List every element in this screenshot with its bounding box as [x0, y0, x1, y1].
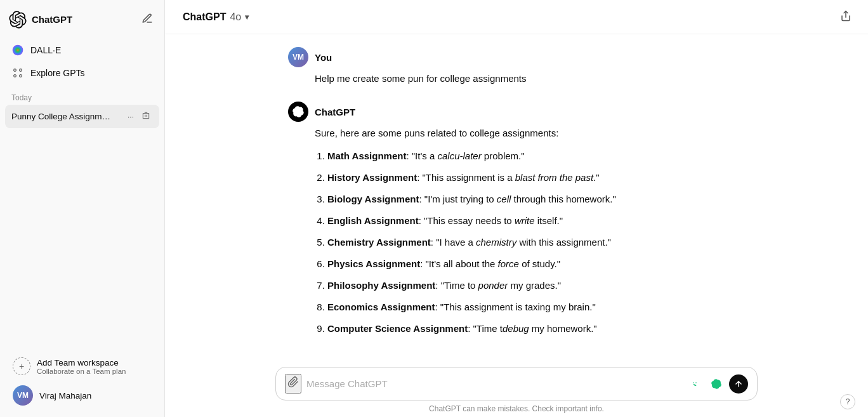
list-item: English Assignment: "This essay needs to…: [327, 213, 745, 228]
user-sender-label: You: [315, 52, 332, 63]
chat-item-actions: ···: [125, 110, 153, 123]
add-team-text: Add Team workspace Collaborate on a Team…: [37, 358, 126, 375]
chatgpt-message-header: ChatGPT: [288, 102, 745, 122]
explore-gpts-label: Explore GPTs: [30, 68, 85, 78]
add-team-subtitle: Collaborate on a Team plan: [37, 367, 126, 375]
username-label: Viraj Mahajan: [39, 391, 91, 400]
list-item: Computer Science Assignment: "Time tdebu…: [327, 321, 745, 336]
list-item: Math Assignment: "It's a calcu-later pro…: [327, 149, 745, 164]
sidebar-item-explore-gpts[interactable]: Explore GPTs: [5, 62, 159, 84]
list-item: Physics Assignment: "It's all about the …: [327, 256, 745, 272]
sidebar-header: ChatGPT: [0, 3, 164, 36]
svg-point-3: [14, 75, 16, 77]
svg-point-2: [20, 69, 22, 72]
main-content: ChatGPT 4o ▾ VM You Help me create some …: [165, 0, 868, 417]
sidebar-bottom: + Add Team workspace Collaborate on a Te…: [0, 347, 164, 417]
brand-label: ChatGPT: [32, 14, 72, 25]
dalle-icon: [11, 44, 24, 56]
sidebar-nav: DALL·E Explore GPTs: [0, 36, 164, 87]
chatgpt-logo-icon: [9, 11, 27, 29]
add-team-title: Add Team workspace: [37, 358, 126, 367]
user-message-text: Help me create some pun for college assi…: [315, 71, 745, 86]
chatgpt-message-avatar: [288, 102, 308, 122]
chat-item-archive-icon[interactable]: [139, 110, 153, 123]
brand-logo[interactable]: ChatGPT: [9, 11, 72, 29]
list-item: Philosophy Assignment: "Time to ponder m…: [327, 278, 745, 293]
user-message-group: VM You Help me create some pun for colle…: [275, 47, 758, 86]
add-team-workspace[interactable]: + Add Team workspace Collaborate on a Te…: [6, 352, 158, 380]
explore-gpts-icon: [11, 67, 24, 79]
user-profile-item[interactable]: VM Viraj Mahajan: [6, 380, 158, 411]
chat-header: ChatGPT 4o ▾: [165, 0, 868, 34]
chatgpt-message-content: Sure, here are some puns related to coll…: [288, 126, 745, 336]
help-button[interactable]: ?: [840, 394, 855, 409]
list-item: History Assignment: "This assignment is …: [327, 170, 745, 185]
new-chat-icon[interactable]: [139, 10, 155, 29]
user-message-header: VM You: [288, 47, 745, 67]
svg-point-1: [14, 69, 16, 72]
model-name-label: ChatGPT: [183, 11, 226, 23]
chatgpt-message-group: ChatGPT Sure, here are some puns related…: [275, 102, 758, 336]
user-avatar-sidebar: VM: [13, 385, 33, 406]
chat-item-more-icon[interactable]: ···: [125, 111, 136, 122]
voice-button[interactable]: [686, 375, 704, 393]
model-selector[interactable]: ChatGPT 4o ▾: [178, 9, 254, 25]
messages-container: VM You Help me create some pun for colle…: [165, 34, 868, 361]
footer-disclaimer: ChatGPT can make mistakes. Check importa…: [429, 404, 604, 413]
list-item: Economics Assignment: "This assignment i…: [327, 300, 745, 315]
attach-button[interactable]: [285, 374, 301, 394]
dalle-label: DALL·E: [30, 45, 61, 55]
puns-list: Math Assignment: "It's a calcu-later pro…: [315, 149, 745, 336]
model-dropdown-icon: ▾: [245, 13, 249, 22]
today-label: Today: [0, 87, 164, 105]
sidebar-item-dalle[interactable]: DALL·E: [5, 39, 159, 62]
chatgpt-circle-button[interactable]: [707, 375, 725, 393]
sidebar: ChatGPT DALL·E Explore GPTs Today Punny …: [0, 0, 165, 417]
message-input[interactable]: [306, 378, 681, 389]
user-message-avatar: VM: [288, 47, 308, 67]
add-team-icon: +: [13, 357, 30, 375]
input-right-icons: [686, 374, 748, 394]
chatgpt-sender-label: ChatGPT: [315, 107, 355, 117]
share-button[interactable]: [836, 6, 855, 27]
list-item: Biology Assignment: "I'm just trying to …: [327, 192, 745, 207]
send-button[interactable]: [729, 374, 748, 394]
chat-title: Punny College Assignmen…: [11, 112, 113, 121]
input-area: ChatGPT can make mistakes. Check importa…: [165, 361, 868, 417]
chatgpt-intro: Sure, here are some puns related to coll…: [315, 126, 745, 141]
list-item: Chemistry Assignment: "I have a chemistr…: [327, 235, 745, 250]
user-message-content: Help me create some pun for college assi…: [288, 71, 745, 86]
chat-history-item[interactable]: Punny College Assignmen… ···: [5, 105, 159, 128]
svg-point-4: [20, 75, 22, 77]
message-input-box: [275, 367, 758, 400]
model-version-label: 4o: [230, 11, 241, 23]
